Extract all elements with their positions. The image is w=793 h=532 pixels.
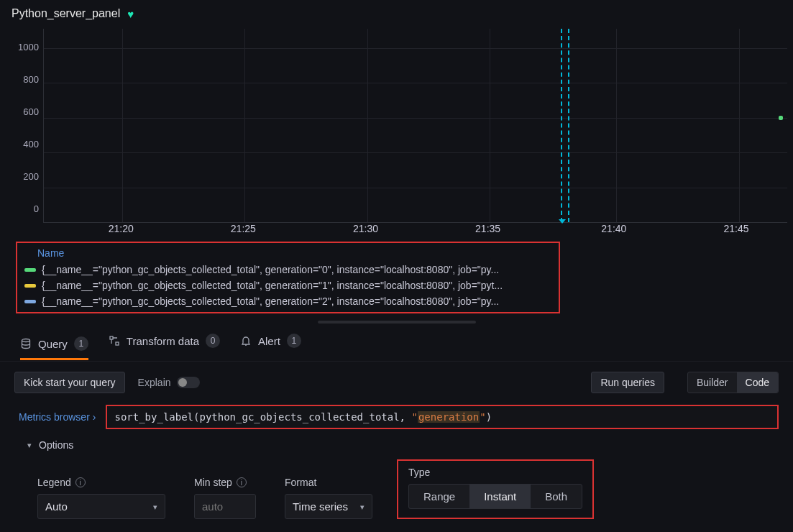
chevron-down-icon: ▾ [360, 502, 365, 511]
x-tick: 21:20 [109, 223, 134, 234]
y-tick: 200 [6, 171, 39, 182]
panel-title[interactable]: Python_server_panel [12, 7, 120, 20]
series-label: {__name__="python_gc_objects_collected_t… [42, 280, 503, 291]
x-tick: 21:35 [475, 223, 500, 234]
query-input[interactable]: sort_by_label(python_gc_objects_collecte… [106, 405, 779, 429]
x-tick: 21:40 [601, 223, 626, 234]
x-tick: 21:45 [723, 223, 748, 234]
data-point[interactable] [779, 116, 783, 120]
metrics-browser-label: Metrics browser [19, 411, 90, 423]
y-tick: 400 [6, 139, 39, 150]
heart-icon[interactable]: ♥ [127, 8, 134, 20]
info-icon[interactable]: i [75, 477, 86, 487]
series-label: {__name__="python_gc_objects_collected_t… [42, 295, 499, 307]
toggle-track[interactable] [177, 377, 200, 388]
svg-rect-1 [110, 336, 113, 339]
tab-label: Query [38, 338, 68, 350]
query-text: sort_by_label(python_gc_objects_collecte… [114, 411, 411, 423]
transform-icon [109, 335, 120, 347]
min-step-label: Min step [194, 477, 232, 488]
series-swatch [24, 284, 36, 288]
run-queries-button[interactable]: Run queries [591, 372, 664, 393]
code-mode[interactable]: Code [737, 372, 778, 393]
svg-rect-2 [116, 342, 119, 345]
type-label: Type [408, 467, 430, 478]
query-text: ) [486, 411, 492, 423]
database-icon [20, 338, 32, 349]
bell-icon [240, 335, 252, 347]
panel-header: Python_server_panel ♥ [0, 0, 793, 24]
x-tick: 21:30 [353, 223, 378, 234]
legend: Name {__name__="python_gc_objects_collec… [16, 242, 560, 313]
x-tick: 21:25 [231, 223, 256, 234]
y-axis: 1000 800 600 400 200 0 [6, 24, 43, 219]
query-string-quote: " [480, 411, 485, 423]
legend-item[interactable]: {__name__="python_gc_objects_collected_t… [20, 293, 556, 309]
mode-switch: Builder Code [687, 372, 779, 393]
tab-count: 1 [287, 334, 301, 348]
options-grid: Legend i Auto ▾ Min step i Format Time s… [14, 455, 779, 523]
format-value: Time series [293, 500, 348, 513]
info-icon[interactable]: i [237, 477, 247, 487]
builder-mode[interactable]: Builder [688, 372, 737, 393]
legend-item[interactable]: {__name__="python_gc_objects_collected_t… [20, 262, 556, 278]
format-select[interactable]: Time series ▾ [285, 494, 372, 519]
x-axis: 21:20 21:25 21:30 21:35 21:40 21:45 [43, 223, 784, 236]
legend-option: Legend i Auto ▾ [37, 477, 165, 519]
min-step-input[interactable] [194, 494, 256, 519]
query-tab[interactable]: Query 1 [20, 336, 88, 360]
legend-item[interactable]: {__name__="python_gc_objects_collected_t… [20, 278, 556, 293]
y-tick: 0 [6, 203, 39, 214]
min-step-option: Min step i [194, 477, 256, 519]
format-option: Format Time series ▾ [285, 477, 372, 519]
tab-label: Transform data [127, 335, 199, 347]
legend-value: Auto [45, 500, 68, 513]
explain-label: Explain [138, 377, 171, 388]
svg-point-0 [22, 339, 30, 342]
chart-area[interactable]: 1000 800 600 400 200 0 [0, 24, 793, 223]
tab-count: 0 [206, 334, 220, 348]
alert-tab[interactable]: Alert 1 [240, 334, 301, 355]
type-both[interactable]: Both [531, 485, 582, 508]
explain-toggle[interactable]: Explain [138, 377, 200, 388]
editor-tabs: Query 1 Transform data 0 Alert 1 [0, 324, 793, 362]
chevron-down-icon: ▾ [153, 502, 157, 511]
options-label: Options [39, 439, 73, 451]
legend-header[interactable]: Name [20, 246, 556, 262]
legend-select[interactable]: Auto ▾ [37, 494, 165, 519]
y-tick: 800 [6, 74, 39, 85]
type-option: Type Range Instant Both [397, 459, 594, 519]
y-tick: 1000 [6, 42, 39, 52]
series-swatch [24, 268, 36, 272]
y-tick: 600 [6, 106, 39, 117]
tab-count: 1 [74, 336, 88, 351]
type-segmented: Range Instant Both [408, 484, 582, 509]
format-label: Format [285, 477, 316, 488]
series-swatch [24, 300, 36, 303]
editor-toolbar: Kick start your query Explain Run querie… [14, 372, 779, 393]
plot-area[interactable] [43, 29, 787, 223]
type-range[interactable]: Range [409, 485, 469, 508]
time-cursor[interactable] [561, 29, 569, 222]
kick-start-button[interactable]: Kick start your query [14, 372, 125, 393]
query-editor: Kick start your query Explain Run querie… [0, 362, 793, 531]
type-instant[interactable]: Instant [469, 485, 531, 508]
metrics-browser-button[interactable]: Metrics browser › [14, 405, 106, 429]
chevron-down-icon: ▾ [27, 441, 32, 450]
query-row: Metrics browser › sort_by_label(python_g… [14, 405, 779, 429]
query-string-quote: " [411, 411, 417, 423]
options-toggle[interactable]: ▾ Options [14, 429, 779, 455]
legend-label: Legend [37, 477, 71, 488]
tab-label: Alert [258, 335, 280, 347]
chevron-right-icon: › [93, 411, 96, 423]
transform-tab[interactable]: Transform data 0 [109, 334, 220, 355]
series-label: {__name__="python_gc_objects_collected_t… [42, 264, 499, 275]
query-string-highlight: generation [418, 411, 480, 423]
